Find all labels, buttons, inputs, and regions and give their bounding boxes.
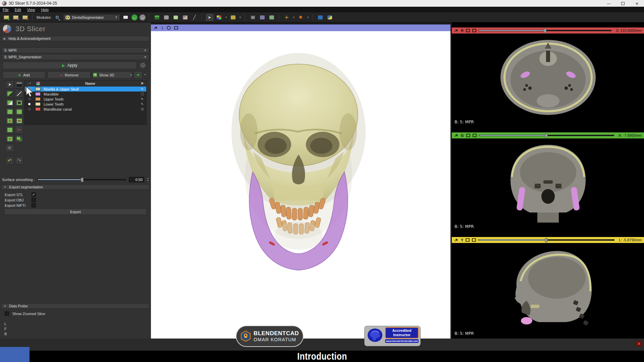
segment-row-mandible[interactable]: Mandible (25, 92, 146, 97)
volume-cube-icon[interactable] (172, 14, 179, 21)
pin-icon[interactable] (454, 29, 459, 32)
slice-visibility-icon[interactable] (466, 29, 470, 32)
segment-color-swatch[interactable] (35, 97, 41, 101)
add-segment-button[interactable]: + Add (3, 71, 45, 78)
segment-row-mandibular-canal[interactable]: Mandibular canal (25, 107, 146, 112)
show-3d-button[interactable]: Show 3D ▾ (93, 71, 132, 78)
effect-none-button[interactable]: ➤ (5, 80, 14, 88)
view-record-icon[interactable] (259, 14, 266, 21)
export-obj-checkbox[interactable] (32, 198, 36, 202)
crosshair-icon[interactable]: ✛ (283, 14, 290, 21)
effect-smoothing-button[interactable] (5, 126, 14, 134)
mouse-mode-icon[interactable]: ➤ (206, 14, 213, 21)
pin-icon[interactable] (454, 239, 459, 242)
effect-hollow-button[interactable] (15, 117, 23, 125)
effect-threshold-button[interactable] (15, 80, 23, 88)
effect-mask-volume-button[interactable] (5, 144, 14, 152)
segment-status-icon[interactable] (138, 108, 146, 111)
segment-color-swatch[interactable] (35, 102, 41, 106)
segment-color-swatch[interactable] (35, 87, 41, 91)
forward-arrow-button[interactable]: → (140, 14, 146, 20)
effect-fill-between-slices-button[interactable] (15, 108, 23, 116)
red-slice-slider[interactable] (479, 30, 611, 31)
yellow-slice-slider[interactable] (478, 239, 614, 241)
effect-logical-operators-button[interactable] (15, 135, 23, 143)
pin-icon[interactable] (454, 134, 459, 137)
visibility-eye-icon[interactable] (28, 98, 31, 100)
segment-status-icon[interactable]: ✎ (138, 97, 146, 101)
undo-button[interactable]: ↶ (5, 157, 14, 165)
coronal-slice-image[interactable] (494, 140, 602, 223)
surface-smoothing-value[interactable]: 0.50 (129, 177, 144, 182)
load-data-icon[interactable] (3, 14, 10, 21)
export-nifti-checkbox[interactable] (32, 203, 36, 207)
module-home-icon[interactable] (153, 14, 161, 21)
pin-icon[interactable] (154, 26, 158, 29)
view-options-icon[interactable] (167, 26, 171, 30)
annotate-icon[interactable] (181, 14, 189, 21)
effect-draw-button[interactable] (15, 89, 23, 98)
sagittal-slice-image[interactable] (494, 244, 602, 328)
segment-row-upper-teeth[interactable]: Upper Teeth ✎ (25, 97, 146, 102)
effect-paint-button[interactable] (5, 89, 14, 98)
data-probe-section[interactable]: ▼ Data Probe (1, 303, 150, 309)
module-search-icon[interactable] (54, 14, 61, 21)
switch-to-editor-button[interactable]: ➜ (133, 71, 142, 78)
effect-islands-button[interactable] (5, 135, 14, 143)
overlay-close-button[interactable]: ✕ (636, 341, 642, 347)
scene-views-icon[interactable] (163, 14, 170, 21)
effect-erase-button[interactable] (5, 99, 14, 107)
maximize-button[interactable] (616, 0, 630, 7)
effect-grow-from-seeds-button[interactable] (5, 108, 14, 116)
maximize-view-icon[interactable] (472, 238, 476, 242)
segment-color-swatch[interactable] (35, 107, 41, 111)
effect-scissors-button[interactable]: ✂ (15, 126, 23, 134)
ruler-icon[interactable] (229, 14, 237, 21)
export-segmentation-section[interactable]: ▼ Export segmentation (1, 184, 150, 190)
menu-edit[interactable]: Edit (15, 8, 21, 12)
effect-margin-button[interactable] (5, 117, 14, 125)
green-slice-slider[interactable] (479, 135, 614, 136)
jupyter-icon[interactable] (317, 14, 324, 21)
input-volume-selector[interactable]: 5: MPR ▼ (2, 47, 149, 53)
colors-icon[interactable] (215, 14, 223, 21)
save-icon[interactable] (21, 14, 29, 21)
menu-view[interactable]: View (27, 8, 35, 12)
slice-visibility-icon[interactable] (466, 134, 470, 137)
export-stl-checkbox[interactable]: ✓ (32, 192, 36, 197)
help-acknowledgement-section[interactable]: ▶ Help & Acknowledgement (1, 36, 150, 41)
threed-view[interactable]: 1 (151, 24, 450, 339)
remove-segment-button[interactable]: − Remove (48, 71, 91, 78)
segmentation-selector[interactable]: 5: MPR_Segmentation ▼ (2, 54, 149, 60)
extensions-icon[interactable]: ✱ (297, 14, 304, 21)
effect-level-tracing-button[interactable] (15, 99, 23, 107)
skull-3d-render[interactable] (151, 31, 450, 339)
segment-row-lower-teeth[interactable]: Lower Teeth ✎ (25, 102, 146, 107)
segment-status-icon[interactable]: ✎ (138, 102, 146, 106)
maximize-view-icon[interactable] (473, 134, 477, 137)
close-button[interactable]: × (630, 0, 644, 7)
axial-slice-image[interactable] (494, 35, 602, 120)
slice-visibility-icon[interactable] (466, 238, 470, 242)
segment-row-maxilla[interactable]: Maxilla & Upper Skull ✎ (25, 86, 146, 92)
module-history-icon[interactable] (122, 14, 129, 21)
markups-pencil-icon[interactable]: ╱ (191, 14, 198, 21)
minimize-button[interactable]: — (602, 0, 616, 7)
show-zoomed-slice-checkbox[interactable] (5, 311, 9, 316)
export-button[interactable]: Export (4, 208, 147, 215)
segment-color-swatch[interactable] (35, 92, 41, 96)
python-console-icon[interactable] (326, 14, 333, 21)
view-compare-icon[interactable] (268, 14, 275, 21)
visibility-dot-icon[interactable] (28, 103, 31, 105)
menu-help[interactable]: Help (41, 8, 49, 12)
visibility-eye-icon[interactable] (28, 108, 31, 110)
screenshot-icon[interactable] (249, 14, 257, 21)
spinbox-arrows[interactable]: ▲▼ (147, 177, 149, 182)
info-button[interactable]: ⓘ (139, 62, 147, 69)
redo-button[interactable]: ↷ (15, 157, 23, 165)
segment-status-icon[interactable] (138, 93, 146, 96)
slider-handle[interactable] (81, 178, 84, 182)
add-dicom-icon[interactable] (12, 14, 19, 21)
module-selector[interactable]: DentalSegmentator ▼ (63, 14, 120, 21)
menu-file[interactable]: File (3, 8, 9, 12)
